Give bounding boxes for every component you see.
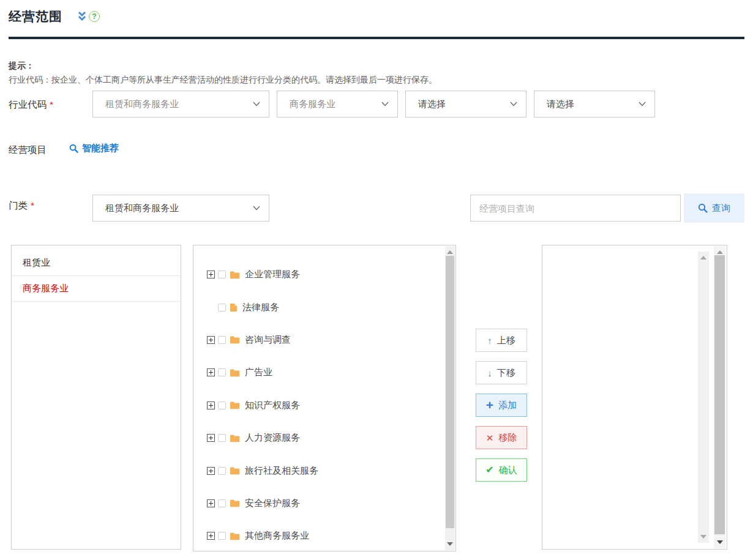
page-title: 经营范围 bbox=[9, 8, 62, 25]
folder-icon bbox=[230, 434, 240, 442]
industry-select-level1[interactable]: 租赁和商务服务业 bbox=[92, 91, 269, 118]
search-icon bbox=[69, 144, 78, 153]
folder-icon bbox=[230, 368, 240, 377]
selected-items-panel bbox=[542, 245, 727, 550]
category-item-business-service[interactable]: 商务服务业 bbox=[12, 276, 180, 302]
tree-item[interactable]: 企业管理服务 bbox=[207, 258, 444, 291]
folder-icon bbox=[230, 271, 240, 279]
scrollbar-thumb[interactable] bbox=[714, 255, 725, 534]
tree-item[interactable]: 人力资源服务 bbox=[207, 422, 444, 454]
outer-scrollbar[interactable] bbox=[714, 246, 725, 548]
chevron-down-icon bbox=[253, 206, 260, 211]
category-select[interactable]: 租赁和商务服务业 bbox=[92, 195, 269, 222]
arrow-down-icon: ↓ bbox=[487, 368, 492, 378]
tree-item[interactable]: 法律服务 bbox=[207, 291, 444, 323]
tree-content: 企业管理服务 法律服务 咨询与调查 广告业 bbox=[193, 245, 444, 551]
industry-select-level4[interactable]: 请选择 bbox=[534, 91, 655, 118]
tree-item[interactable]: 咨询与调查 bbox=[207, 324, 444, 356]
expand-plus-icon[interactable] bbox=[207, 336, 215, 344]
arrow-up-icon: ↑ bbox=[487, 336, 492, 345]
expand-plus-icon[interactable] bbox=[207, 271, 215, 278]
industry-select-level3[interactable]: 请选择 bbox=[405, 91, 526, 118]
industry-code-label: 行业代码* bbox=[9, 99, 53, 111]
category-label: 门类* bbox=[9, 200, 34, 212]
search-button[interactable]: 查询 bbox=[684, 193, 744, 223]
tree-scrollbar[interactable] bbox=[445, 246, 455, 550]
category-list-panel: 租赁业 商务服务业 bbox=[11, 245, 181, 550]
transfer-actions: ↑ 上移 ↓ 下移 + 添加 ✕ 移除 ✔ 确认 bbox=[476, 329, 527, 482]
remove-button[interactable]: ✕ 移除 bbox=[476, 426, 527, 449]
folder-icon bbox=[230, 335, 240, 344]
smart-recommend-link[interactable]: 智能推荐 bbox=[69, 143, 119, 154]
category-item-rental[interactable]: 租赁业 bbox=[12, 250, 180, 276]
tree-item[interactable]: 安全保护服务 bbox=[207, 487, 444, 520]
folder-icon bbox=[230, 532, 240, 540]
tree-item[interactable]: 其他商务服务业 bbox=[207, 520, 444, 551]
add-button[interactable]: + 添加 bbox=[476, 394, 527, 417]
tree-item[interactable]: 旅行社及相关服务 bbox=[207, 454, 444, 487]
check-icon: ✔ bbox=[485, 465, 493, 475]
chevron-down-icon bbox=[510, 102, 517, 106]
expand-plus-icon[interactable] bbox=[207, 401, 215, 409]
search-input[interactable] bbox=[470, 195, 681, 222]
scroll-down-icon[interactable] bbox=[717, 540, 723, 544]
folder-icon bbox=[230, 499, 240, 507]
expand-plus-icon[interactable] bbox=[207, 434, 215, 442]
scroll-down-icon[interactable] bbox=[700, 535, 706, 539]
confirm-button[interactable]: ✔ 确认 bbox=[476, 458, 527, 482]
expand-plus-icon[interactable] bbox=[207, 467, 215, 475]
file-icon bbox=[230, 303, 238, 312]
folder-icon bbox=[230, 401, 240, 409]
checkbox[interactable] bbox=[218, 467, 226, 475]
double-chevron-down-icon[interactable] bbox=[77, 11, 87, 22]
scroll-up-icon[interactable] bbox=[447, 250, 453, 254]
tip-text: 行业代码：按企业、个体工商户等所从事生产经营活动的性质进行行业分类的代码。请选择… bbox=[9, 75, 437, 86]
chevron-down-icon bbox=[639, 102, 646, 106]
help-icon[interactable]: ? bbox=[89, 11, 100, 22]
move-up-button[interactable]: ↑ 上移 bbox=[476, 329, 527, 352]
business-items-label: 经营项目 bbox=[9, 144, 47, 157]
checkbox[interactable] bbox=[218, 368, 226, 376]
scrollbar-thumb[interactable] bbox=[446, 256, 454, 528]
expand-plus-icon[interactable] bbox=[207, 368, 215, 376]
plus-icon: + bbox=[486, 398, 493, 411]
checkbox[interactable] bbox=[218, 304, 226, 312]
checkbox[interactable] bbox=[218, 499, 226, 507]
expand-plus-icon[interactable] bbox=[207, 532, 215, 540]
title-divider bbox=[9, 37, 744, 39]
business-items-tree-panel: 企业管理服务 法律服务 咨询与调查 广告业 bbox=[193, 245, 456, 551]
folder-icon bbox=[230, 466, 240, 475]
expand-plus-icon[interactable] bbox=[207, 499, 215, 507]
tree-item[interactable]: 知识产权服务 bbox=[207, 389, 444, 422]
tip-label: 提示： bbox=[9, 61, 34, 72]
scroll-up-icon[interactable] bbox=[700, 256, 706, 259]
move-down-button[interactable]: ↓ 下移 bbox=[476, 361, 527, 384]
tree-item[interactable]: 广告业 bbox=[207, 356, 444, 389]
chevron-down-icon bbox=[381, 102, 389, 106]
checkbox[interactable] bbox=[218, 336, 226, 344]
inner-scrollbar[interactable] bbox=[698, 252, 709, 543]
scroll-up-icon[interactable] bbox=[717, 250, 723, 254]
checkbox[interactable] bbox=[218, 434, 226, 442]
checkbox[interactable] bbox=[218, 401, 226, 409]
required-asterisk: * bbox=[31, 200, 34, 211]
scroll-down-icon[interactable] bbox=[447, 542, 453, 546]
checkbox[interactable] bbox=[218, 271, 226, 278]
checkbox[interactable] bbox=[218, 532, 226, 540]
business-scope-page: 经营范围 ? 提示： 行业代码：按企业、个体工商户等所从事生产经营活动的性质进行… bbox=[0, 0, 753, 560]
required-asterisk: * bbox=[50, 99, 53, 110]
chevron-down-icon bbox=[253, 102, 260, 106]
industry-select-level2[interactable]: 商务服务业 bbox=[277, 91, 398, 118]
x-icon: ✕ bbox=[486, 433, 494, 442]
search-icon bbox=[698, 203, 708, 213]
